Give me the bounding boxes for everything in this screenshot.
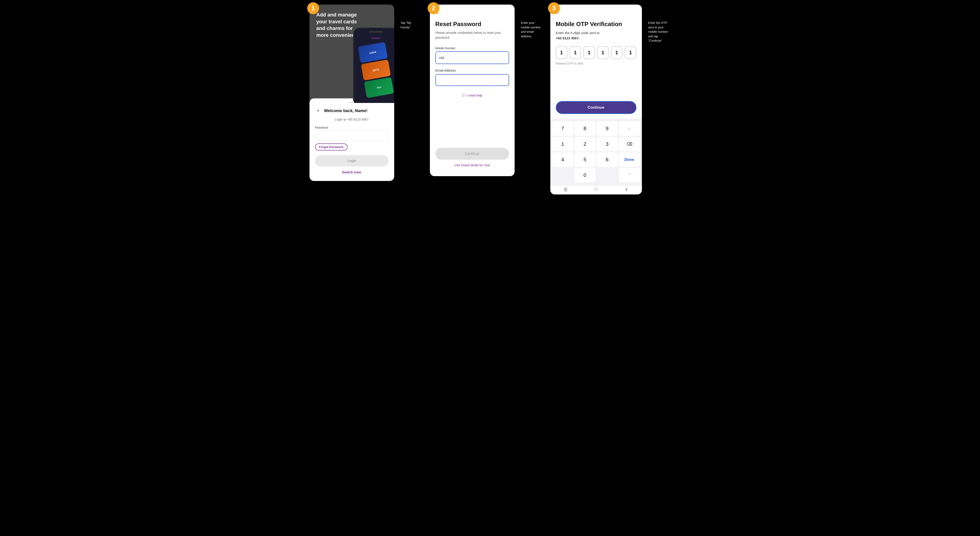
close-button[interactable]: × [315, 108, 321, 114]
continue-button-screen2[interactable]: Continue [435, 148, 509, 160]
screen3-callout: Enter the OTP sent to your mobile number… [646, 18, 671, 45]
numpad-3[interactable]: 3 [597, 137, 618, 151]
mobile-number-section: Mobile Number +65 [435, 46, 509, 69]
reset-password-subtitle: Please provide credentials below to rese… [435, 30, 509, 40]
card-green-label: VISA [376, 86, 381, 89]
numpad-symbol-dash[interactable]: -. [619, 121, 640, 136]
card-blue: ezlink [358, 42, 388, 63]
numpad-8[interactable]: 8 [574, 121, 596, 136]
reset-password-title: Reset Password [435, 21, 509, 28]
password-input[interactable] [315, 131, 389, 141]
continue-button-screen3[interactable]: Continue [556, 101, 636, 114]
otp-phone-number: +65 9123 4567. [556, 36, 580, 40]
numpad-row-1: 7 8 9 -. [552, 121, 640, 136]
numpad-4[interactable]: 4 [552, 152, 573, 167]
step-1-badge: 1 [307, 2, 319, 14]
resend-otp-text: Resend OTP in 180s [556, 62, 636, 65]
help-link[interactable]: ⓘ I need help [435, 94, 509, 97]
numpad-row-2: 1 2 3 ⌫ [552, 137, 640, 151]
mobile-input-wrapper: +65 [435, 51, 509, 64]
otp-title: Mobile OTP Verification [556, 21, 636, 28]
bottom-sheet: × Welcome back, Name! Login to +65 9123 … [310, 98, 394, 181]
card-orange: NETS [361, 59, 391, 81]
numpad-1[interactable]: 1 [552, 137, 573, 151]
ezlink-logo: ezlink [372, 36, 380, 40]
cards-area: ezlink NETS VISA [358, 42, 394, 98]
otp-digit-1[interactable]: 1 [556, 46, 567, 59]
switch-user-button[interactable]: Switch User [315, 170, 389, 174]
step-2-badge: 2 [428, 2, 439, 14]
card-orange-label: NETS [372, 68, 379, 72]
otp-description: Enter the 6-digit code sent to +65 9123 … [556, 30, 636, 41]
numpad: 7 8 9 -. 1 2 3 ⌫ 4 5 6 Done [550, 119, 642, 185]
otp-digit-5[interactable]: 1 [611, 46, 622, 59]
help-text: I need help [466, 94, 482, 97]
password-label: Password [315, 126, 389, 129]
otp-digit-4[interactable]: 1 [597, 46, 608, 59]
login-subtitle: Login to +65 9123 4567 [315, 117, 389, 121]
numpad-empty-left [552, 168, 573, 182]
card-green: VISA [364, 77, 394, 98]
login-button[interactable]: Login [315, 155, 389, 167]
otp-digit-3[interactable]: 1 [583, 46, 595, 59]
numpad-2[interactable]: 2 [574, 137, 596, 151]
numpad-empty-right [597, 168, 618, 182]
numpad-6[interactable]: 6 [597, 152, 618, 167]
back-arrow-screen2[interactable]: ← [435, 10, 509, 16]
numpad-apostrophe[interactable]: ' [619, 168, 640, 182]
numpad-7[interactable]: 7 [552, 121, 573, 136]
back-arrow-screen3[interactable]: ← [556, 10, 636, 16]
numpad-done[interactable]: Done [619, 152, 640, 167]
numpad-backspace[interactable]: ⌫ [619, 137, 640, 151]
numpad-0[interactable]: 0 [574, 168, 596, 182]
guest-mode-link[interactable]: Use Guest Mode for now [435, 163, 509, 167]
otp-description-prefix: Enter the 6-digit code sent to [556, 31, 600, 35]
numpad-5[interactable]: 5 [574, 152, 596, 167]
numpad-row-4: 0 ' [552, 168, 640, 182]
screen1-background: Add and manage your travel cards and cha… [310, 5, 394, 103]
screen2-callout: Enter your mobile number and email addre… [518, 18, 544, 41]
bottom-nav: ||| □ ∨ [550, 185, 642, 195]
screen1-callout: Tap "My Family" [398, 18, 423, 32]
email-input[interactable] [435, 74, 509, 86]
mobile-prefix: +65 [436, 52, 447, 63]
email-label: Email Address [435, 69, 509, 72]
step-3-container: 3 ← Mobile OTP Verification Enter the 6-… [550, 5, 671, 195]
otp-digit-2[interactable]: 1 [570, 46, 581, 59]
otp-boxes: 1 1 1 1 1 1 [556, 46, 636, 59]
mobile-input[interactable] [447, 52, 509, 63]
forgot-password-button[interactable]: Forgot Password [315, 143, 347, 151]
phone-notch [369, 31, 383, 33]
step-1-container: 1 Add and manage your travel cards and c… [310, 5, 423, 181]
numpad-row-3: 4 5 6 Done [552, 152, 640, 167]
phone-mockup: ezlink ezlink NETS VISA [353, 27, 394, 103]
numpad-9[interactable]: 9 [597, 121, 618, 136]
help-icon: ⓘ [462, 94, 465, 97]
nav-icon-chevron[interactable]: ∨ [625, 187, 628, 192]
sheet-header: × Welcome back, Name! [315, 108, 389, 114]
mobile-label: Mobile Number [435, 46, 509, 50]
otp-digit-6[interactable]: 1 [625, 46, 636, 59]
nav-icon-square[interactable]: □ [595, 187, 598, 192]
screen-1: Add and manage your travel cards and cha… [310, 5, 394, 181]
welcome-title: Welcome back, Name! [324, 108, 368, 113]
step-2-container: 2 ← Reset Password Please provide creden… [430, 5, 544, 176]
screen-2: ← Reset Password Please provide credenti… [430, 5, 515, 176]
card-blue-label: ezlink [369, 51, 376, 54]
nav-icon-bars[interactable]: ||| [564, 187, 567, 192]
email-section: Email Address [435, 69, 509, 86]
screen-3: ← Mobile OTP Verification Enter the 6-di… [550, 5, 642, 195]
step-3-badge: 3 [548, 2, 560, 14]
